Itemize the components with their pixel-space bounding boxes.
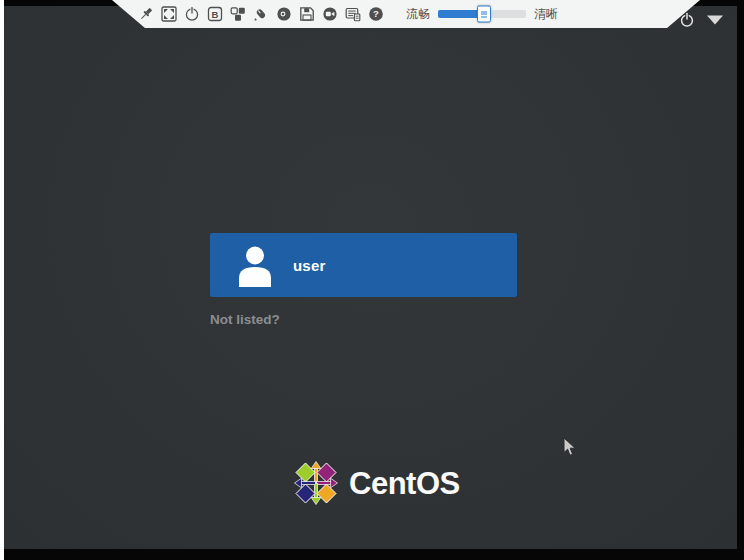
floppy-icon[interactable] [299, 6, 315, 22]
mouse-icon[interactable] [253, 6, 269, 22]
quality-smooth-label: 流畅 [406, 8, 430, 20]
camera-icon[interactable] [322, 6, 338, 22]
power-icon[interactable] [184, 6, 200, 22]
keyboard-b-icon[interactable]: B [207, 6, 223, 22]
quality-slider-group: 流畅 清晰 [406, 8, 558, 20]
toolbar-icon-group: B [138, 6, 384, 22]
fullscreen-icon[interactable] [161, 6, 177, 22]
user-tile[interactable]: user [210, 233, 517, 297]
username-label: user [293, 257, 326, 274]
centos-brand: CentOS [294, 461, 460, 505]
quality-slider-handle[interactable] [477, 6, 491, 23]
disc-icon[interactable] [276, 6, 292, 22]
svg-text:?: ? [373, 8, 379, 19]
keyboard-settings-icon[interactable] [345, 6, 361, 22]
not-listed-link[interactable]: Not listed? [210, 312, 280, 327]
viewer-toolbar: B [112, 0, 700, 28]
svg-text:B: B [212, 9, 219, 20]
quality-slider-track[interactable] [438, 10, 526, 18]
centos-wordmark: CentOS [349, 468, 460, 499]
mouse-cursor [563, 437, 577, 457]
hotkeys-icon[interactable] [230, 6, 246, 22]
session-menu-caret[interactable] [707, 12, 723, 28]
centos-logo-icon [294, 461, 338, 505]
help-icon[interactable]: ? [368, 6, 384, 22]
user-avatar-icon [233, 243, 277, 287]
pin-icon[interactable] [138, 6, 154, 22]
quality-hd-label: 清晰 [534, 8, 558, 20]
remote-screen: user Not listed? CentOS [4, 6, 737, 549]
